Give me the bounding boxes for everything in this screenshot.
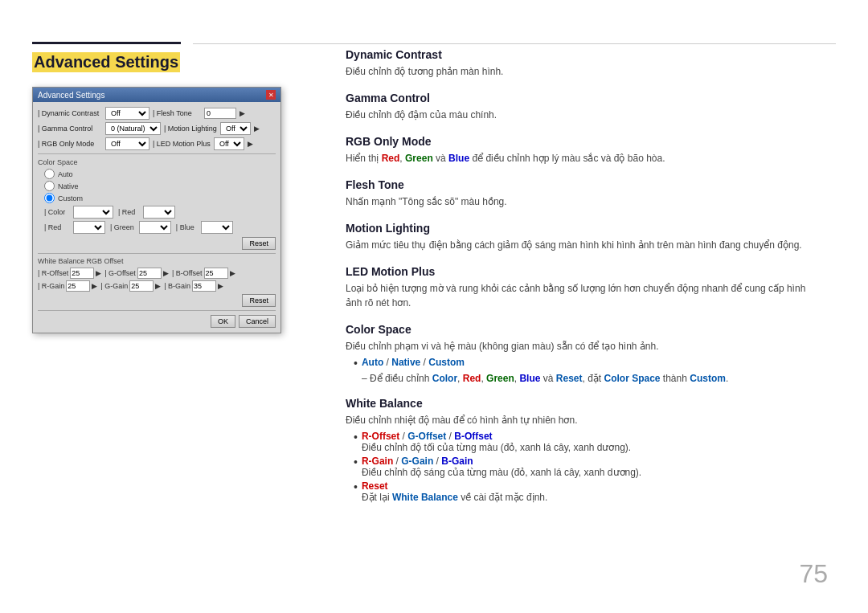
dialog-title: Advanced Settings	[38, 91, 104, 100]
select-green[interactable]	[139, 221, 171, 234]
radio-input-native[interactable]	[44, 181, 55, 191]
color-space-bullet-text: Auto / Native / Custom	[362, 357, 465, 368]
heading-motion-lighting: Motion Lighting	[346, 222, 812, 235]
red-link: Red	[463, 373, 481, 384]
dialog-close-button[interactable]: ✕	[266, 90, 276, 100]
r-offset-link: R-Offset	[362, 431, 399, 442]
wb-r-gain-arrow: ▶	[92, 282, 97, 290]
page-number: 75	[799, 559, 828, 589]
wb-bullet-gain: R-Gain / G-Gain / B-Gain Điều chỉnh độ s…	[354, 456, 812, 478]
wb-section-label: White Balance RGB Offset	[38, 257, 276, 265]
blue-label: | Blue	[176, 223, 196, 231]
heading-rgb-only-mode: RGB Only Mode	[346, 135, 812, 148]
wb-g-offset-arrow: ▶	[163, 269, 169, 277]
dialog-titlebar: Advanced Settings ✕	[33, 88, 280, 102]
reset-link: Reset	[556, 373, 583, 384]
color-link: Color	[432, 373, 457, 384]
wb-g-gain-input[interactable]	[129, 280, 154, 292]
wb-b-gain-input[interactable]	[192, 280, 216, 292]
text-flesh-tone: Nhấn mạnh "Tông sắc sõ" màu hồng.	[346, 194, 812, 209]
page-title: Advanced Settings	[32, 52, 180, 72]
label-gamma: | Gamma Control	[38, 125, 102, 133]
heading-led-motion-plus: LED Motion Plus	[346, 265, 812, 278]
radio-label-auto: Auto	[58, 170, 73, 178]
select-rgb[interactable]: Off	[105, 137, 149, 150]
wb-gain-text: R-Gain / G-Gain / B-Gain Điều chỉnh độ s…	[362, 456, 641, 478]
reset-link2: Reset	[362, 480, 388, 492]
select-led[interactable]: Off	[214, 137, 244, 150]
wb-row-1: | R-Offset ▶ | G-Offset ▶ | B-Offset ▶	[38, 268, 276, 279]
heading-dynamic-contrast: Dynamic Contrast	[346, 48, 812, 61]
heading-white-balance: White Balance	[346, 397, 812, 410]
select-motion-lighting[interactable]: Off	[220, 122, 251, 135]
label-motion-lighting: | Motion Lighting	[164, 125, 217, 133]
top-line-right	[193, 43, 836, 44]
wb-b-gain: | B-Gain ▶	[164, 280, 223, 292]
label-dynamic-contrast: | Dynamic Contrast	[38, 109, 102, 117]
wb-b-offset-input[interactable]	[204, 268, 228, 279]
separator-3	[38, 310, 276, 311]
color-space-sub-bullet: Để điều chỉnh Color, Red, Green, Blue và…	[346, 373, 812, 384]
arrow-flesh-tone: ▶	[240, 109, 245, 117]
colorspace-link: Color Space	[604, 373, 661, 384]
label-led: | LED Motion Plus	[153, 140, 211, 148]
separator-1	[38, 153, 276, 154]
wb-reset-button[interactable]: Reset	[242, 294, 276, 307]
wb-r-gain-label: | R-Gain	[38, 282, 64, 290]
select-red[interactable]	[143, 206, 175, 219]
white-balance-bullets: R-Offset / G-Offset / B-Offset Điều chỉn…	[346, 431, 812, 503]
right-panel: Dynamic Contrast Điều chỉnh độ tương phả…	[346, 48, 836, 516]
wb-r-gain: | R-Gain ▶	[38, 280, 97, 292]
wb-b-gain-arrow: ▶	[218, 282, 223, 290]
select-color[interactable]	[73, 206, 113, 219]
wb-g-gain-arrow: ▶	[155, 282, 161, 290]
text-white-balance: Điều chỉnh nhiệt độ màu để có hình ảnh t…	[346, 413, 812, 427]
wb-reset-text: Reset Đặt lại White Balance về cài đặt m…	[362, 480, 547, 503]
color-reset-button[interactable]: Reset	[242, 237, 276, 250]
select-blue[interactable]	[201, 221, 233, 234]
wb-g-offset: | G-Offset ▶	[104, 268, 169, 279]
section-flesh-tone: Flesh Tone Nhấn mạnh "Tông sắc sõ" màu h…	[346, 178, 812, 209]
section-gamma-control: Gamma Control Điều chỉnh độ đậm của màu …	[346, 92, 812, 122]
radio-input-auto[interactable]	[44, 169, 55, 179]
select-dynamic-contrast[interactable]: Off	[105, 107, 149, 120]
section-led-motion-plus: LED Motion Plus Loại bỏ hiện tượng mờ và…	[346, 265, 812, 310]
select-gamma[interactable]: 0 (Natural)	[105, 122, 161, 135]
section-rgb-only-mode: RGB Only Mode Hiển thị Red, Green và Blu…	[346, 135, 812, 166]
ok-button[interactable]: OK	[211, 315, 235, 328]
wb-gain-desc: Điều chỉnh độ sáng của từng màu (đỏ, xan…	[362, 467, 641, 478]
wb-offset-text: R-Offset / G-Offset / B-Offset Điều chỉn…	[362, 431, 631, 453]
cancel-button[interactable]: Cancel	[239, 315, 276, 328]
wb-reset-desc: Đặt lại White Balance về cài đặt mặc địn…	[362, 492, 547, 503]
g-gain-link: G-Gain	[401, 456, 433, 467]
text-motion-lighting: Giảm mức tiêu thụ điện bằng cách giảm độ…	[346, 238, 812, 252]
red-text: Red	[382, 153, 400, 164]
radio-native: Native	[44, 181, 276, 191]
wb-r-offset: | R-Offset ▶	[38, 268, 101, 279]
b-offset-link: B-Offset	[454, 431, 492, 442]
color-pickers-row2: | Red | Green | Blue	[38, 221, 276, 234]
wb-g-gain: | G-Gain ▶	[100, 280, 161, 292]
color-space-bullet-1: Auto / Native / Custom	[354, 357, 812, 370]
radio-custom: Custom	[44, 193, 276, 203]
wb-r-offset-input[interactable]	[70, 268, 94, 279]
arrow-motion: ▶	[254, 125, 260, 133]
green-label: | Green	[110, 223, 134, 231]
dialog-body: | Dynamic Contrast Off | Flesh Tone ▶ | …	[33, 102, 280, 333]
color-space-section: Color Space Auto Native Custom	[38, 158, 276, 203]
section-motion-lighting: Motion Lighting Giảm mức tiêu thụ điện b…	[346, 222, 812, 252]
wb-g-offset-input[interactable]	[137, 268, 162, 279]
select-red2[interactable]	[73, 221, 105, 234]
dialog-row-gamma: | Gamma Control 0 (Natural) | Motion Lig…	[38, 122, 276, 135]
color-pickers-row: | Color | Red	[38, 206, 276, 219]
blue-text: Blue	[448, 153, 469, 164]
heading-color-space: Color Space	[346, 323, 812, 336]
color-space-bullets: Auto / Native / Custom	[346, 357, 812, 370]
wb-r-gain-input[interactable]	[66, 280, 90, 292]
input-flesh-tone[interactable]	[204, 108, 236, 119]
text-dynamic-contrast: Điều chỉnh độ tương phản màn hình.	[346, 64, 812, 79]
dialog-row-rgb: | RGB Only Mode Off | LED Motion Plus Of…	[38, 137, 276, 150]
radio-input-custom[interactable]	[44, 193, 55, 203]
wb-offset-desc: Điều chỉnh độ tối của từng màu (đỏ, xanh…	[362, 442, 631, 453]
label-flesh-tone: | Flesh Tone	[153, 109, 201, 117]
